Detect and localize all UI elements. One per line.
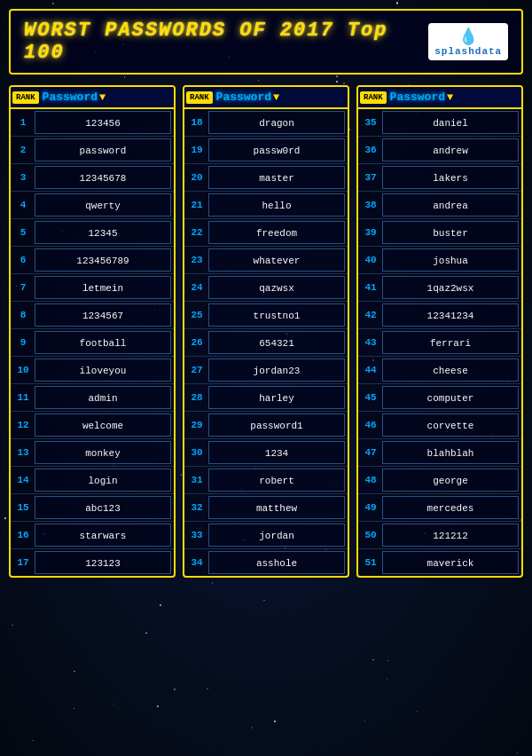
password-value: password: [80, 146, 127, 156]
table-row: 7letmein: [11, 274, 174, 302]
password-box: jordan: [208, 524, 345, 547]
rank-number: 8: [13, 310, 33, 320]
rank-number: 14: [13, 475, 33, 485]
table-row: 21hello: [184, 192, 348, 219]
rank-number: 33: [187, 530, 207, 540]
rank-number: 11: [13, 392, 33, 403]
password-value: 121212: [433, 531, 468, 541]
table-row: 11admin: [11, 384, 174, 412]
table-row: 411qaz2wsx: [358, 274, 521, 302]
table-row: 14login: [11, 467, 174, 494]
password-box: corvette: [382, 413, 519, 437]
password-value: corvette: [427, 421, 474, 431]
password-value: asshole: [256, 558, 297, 569]
rank-label: RANK: [12, 91, 39, 104]
sort-arrow-icon: ▼: [447, 91, 453, 104]
password-box: master: [208, 166, 345, 189]
table-row: 31robert: [184, 467, 348, 494]
password-value: buster: [433, 228, 468, 239]
password-value: jordan23: [254, 366, 301, 376]
password-label: Password: [390, 91, 445, 104]
rank-number: 12: [13, 420, 33, 430]
table-row: 33jordan: [184, 522, 348, 549]
table-row: 4qwerty: [11, 192, 174, 219]
password-value: 12345: [88, 228, 117, 239]
rank-number: 42: [361, 310, 380, 320]
rank-number: 3: [13, 172, 33, 183]
rank-number: 10: [13, 365, 33, 375]
rank-number: 47: [361, 447, 380, 458]
password-value: joshua: [433, 256, 468, 266]
password-box: 123456789: [35, 248, 171, 272]
rank-number: 37: [361, 172, 380, 183]
password-box: password: [35, 138, 171, 161]
table-row: 47blahblah: [358, 439, 521, 467]
password-box: freedom: [208, 221, 345, 244]
table-row: 29password1: [184, 412, 348, 439]
col-header-3: RANKPassword▼: [358, 87, 521, 109]
table-row: 23whatever: [184, 247, 348, 274]
rank-number: 48: [361, 475, 380, 485]
password-value: passw0rd: [254, 146, 301, 156]
table-row: 46corvette: [358, 412, 521, 439]
table-row: 6123456789: [11, 247, 174, 274]
password-box: welcome: [35, 413, 171, 437]
password-box: mercedes: [382, 496, 519, 519]
password-box: trustno1: [208, 303, 345, 327]
table-row: 4212341234: [358, 302, 521, 329]
password-box: monkey: [35, 441, 171, 464]
password-value: freedom: [256, 228, 297, 239]
rank-label: RANK: [186, 91, 213, 104]
table-row: 40joshua: [358, 247, 521, 274]
table-row: 26654321: [184, 329, 348, 357]
password-box: maverick: [382, 551, 519, 574]
password-value: jordan: [259, 531, 294, 541]
rank-number: 46: [361, 420, 380, 430]
rank-number: 39: [361, 227, 380, 238]
password-box: admin: [35, 386, 171, 409]
password-value: harley: [259, 393, 294, 404]
password-box: 654321: [208, 331, 345, 354]
password-box: daniel: [382, 111, 519, 134]
password-value: mercedes: [427, 503, 474, 514]
rank-number: 45: [361, 392, 380, 403]
rank-number: 44: [361, 365, 380, 375]
rank-number: 4: [13, 200, 33, 210]
password-value: daniel: [433, 118, 468, 129]
password-value: welcome: [82, 421, 123, 431]
logo-icon: 💧: [458, 27, 478, 46]
password-value: qwerty: [85, 201, 121, 211]
password-value: andrea: [433, 201, 468, 211]
password-box: iloveyou: [35, 358, 171, 382]
table-row: 12welcome: [11, 412, 174, 439]
rank-number: 36: [361, 145, 380, 155]
password-box: asshole: [208, 551, 345, 574]
password-box: passw0rd: [208, 138, 345, 161]
table-row: 16starwars: [11, 522, 174, 549]
table-row: 10iloveyou: [11, 357, 174, 384]
table-row: 27jordan23: [184, 357, 348, 384]
password-value: iloveyou: [80, 366, 127, 376]
password-value: admin: [88, 393, 117, 404]
table-row: 18dragon: [184, 109, 348, 137]
table-row: 20master: [184, 164, 348, 192]
rank-number: 19: [187, 145, 207, 155]
table-row: 44cheese: [358, 357, 521, 384]
rank-number: 1: [13, 117, 33, 128]
password-box: password1: [208, 413, 345, 437]
password-value: qazwsx: [259, 283, 294, 294]
rank-number: 35: [361, 117, 380, 128]
password-box: cheese: [382, 358, 519, 382]
password-label: Password: [43, 91, 98, 104]
table-row: 51maverick: [358, 549, 521, 576]
table-row: 37lakers: [358, 164, 521, 192]
rank-number: 7: [13, 282, 33, 293]
password-box: 1qaz2wsx: [382, 276, 519, 299]
table-row: 1123456: [11, 109, 174, 137]
table-row: 49mercedes: [358, 494, 521, 522]
password-box: letmein: [35, 276, 171, 299]
password-value: trustno1: [254, 311, 301, 321]
table-row: 38andrea: [358, 192, 521, 219]
col-header-2: RANKPassword▼: [184, 87, 348, 109]
password-value: master: [259, 173, 294, 184]
